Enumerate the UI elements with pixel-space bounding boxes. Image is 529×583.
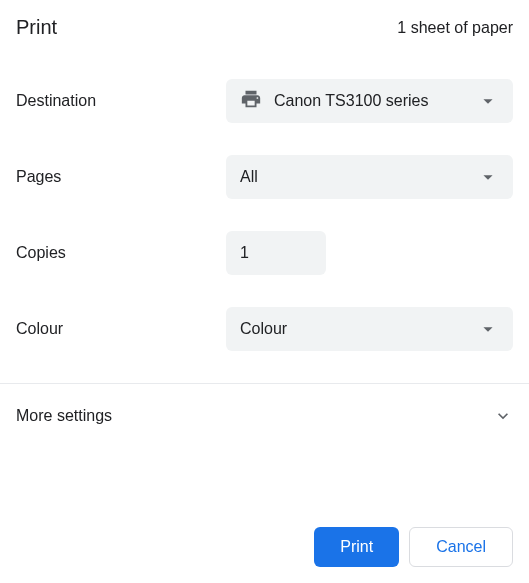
copies-row: Copies bbox=[16, 231, 513, 275]
sheet-summary: 1 sheet of paper bbox=[397, 19, 513, 37]
destination-select[interactable]: Canon TS3100 series bbox=[226, 79, 513, 123]
pages-value: All bbox=[240, 168, 258, 186]
chevron-down-icon bbox=[477, 166, 499, 188]
more-settings-toggle[interactable]: More settings bbox=[16, 384, 513, 448]
destination-row: Destination Canon TS3100 series bbox=[16, 79, 513, 123]
destination-label: Destination bbox=[16, 92, 226, 110]
printer-icon bbox=[240, 88, 262, 114]
colour-select[interactable]: Colour bbox=[226, 307, 513, 351]
destination-value: Canon TS3100 series bbox=[274, 92, 428, 110]
pages-row: Pages All bbox=[16, 155, 513, 199]
dialog-header: Print 1 sheet of paper bbox=[16, 16, 513, 39]
chevron-down-icon bbox=[477, 90, 499, 112]
pages-label: Pages bbox=[16, 168, 226, 186]
chevron-down-icon bbox=[477, 318, 499, 340]
colour-value: Colour bbox=[240, 320, 287, 338]
chevron-down-icon bbox=[493, 406, 513, 426]
dialog-title: Print bbox=[16, 16, 57, 39]
print-button[interactable]: Print bbox=[314, 527, 399, 567]
colour-label: Colour bbox=[16, 320, 226, 338]
print-dialog: Print 1 sheet of paper Destination Canon… bbox=[0, 0, 529, 464]
divider bbox=[0, 383, 529, 384]
copies-input[interactable] bbox=[226, 231, 326, 275]
cancel-button[interactable]: Cancel bbox=[409, 527, 513, 567]
copies-label: Copies bbox=[16, 244, 226, 262]
more-settings-label: More settings bbox=[16, 407, 112, 425]
colour-row: Colour Colour bbox=[16, 307, 513, 351]
dialog-footer: Print Cancel bbox=[0, 511, 529, 583]
pages-select[interactable]: All bbox=[226, 155, 513, 199]
